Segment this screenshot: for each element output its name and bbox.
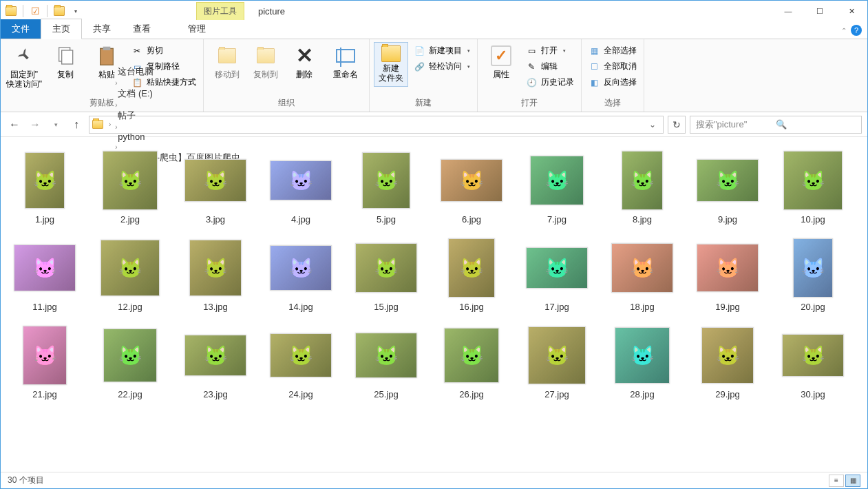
image-thumbnail — [270, 160, 332, 200]
file-item[interactable]: 28.jpg — [608, 326, 677, 399]
invert-selection-button[interactable]: ◧反向选择 — [586, 75, 639, 90]
file-name: 29.jpg — [715, 389, 739, 399]
easy-access-button[interactable]: 🔗轻松访问▾ — [411, 59, 473, 74]
qat-folder-icon[interactable] — [3, 3, 19, 19]
thumbnail — [99, 238, 161, 298]
file-item[interactable]: 25.jpg — [352, 326, 421, 399]
collapse-ribbon-icon[interactable]: ⌃ — [841, 27, 847, 34]
file-item[interactable]: 8.jpg — [608, 151, 677, 225]
minimize-button[interactable]: ― — [772, 1, 804, 21]
file-name: 10.jpg — [801, 214, 825, 225]
open-button[interactable]: ▭打开▾ — [523, 43, 577, 58]
up-button[interactable]: ↑ — [68, 116, 85, 133]
recent-dropdown[interactable]: ▾ — [47, 116, 64, 133]
copy-button[interactable]: 复制 — [46, 42, 85, 79]
tab-view[interactable]: 查看 — [122, 19, 162, 39]
thumbnail — [355, 326, 417, 385]
paste-icon — [96, 45, 118, 67]
select-all-button[interactable]: ▦全部选择 — [586, 43, 639, 58]
tab-share[interactable]: 共享 — [82, 19, 122, 39]
new-folder-button[interactable]: 新建 文件夹 — [374, 42, 408, 87]
file-item[interactable]: 14.jpg — [266, 238, 335, 312]
file-item[interactable]: 17.jpg — [522, 238, 591, 312]
history-button[interactable]: 🕘历史记录 — [523, 75, 577, 90]
contextual-tab-label: 图片工具 — [196, 2, 244, 20]
thumbnails-view-button[interactable]: ▦ — [845, 475, 860, 487]
file-item[interactable]: 22.jpg — [96, 326, 165, 399]
folder-icon — [92, 120, 103, 129]
thumbnail — [14, 326, 76, 385]
file-item[interactable]: 1.jpg — [10, 151, 79, 225]
cut-button[interactable]: ✂剪切 — [129, 43, 199, 58]
file-item[interactable]: 6.jpg — [437, 151, 506, 225]
image-thumbnail — [697, 244, 759, 292]
edit-button[interactable]: ✎编辑 — [523, 59, 577, 74]
file-item[interactable]: 21.jpg — [10, 326, 79, 399]
breadcrumb-segment[interactable]: 帖子 — [114, 110, 244, 122]
delete-icon: ✕ — [293, 45, 315, 67]
tab-manage[interactable]: 管理 — [177, 19, 217, 39]
file-item[interactable]: 2.jpg — [96, 151, 165, 225]
rename-button[interactable]: 重命名 — [326, 42, 365, 79]
tab-file[interactable]: 文件 — [1, 19, 41, 39]
image-thumbnail — [270, 333, 332, 377]
file-item[interactable]: 26.jpg — [437, 326, 506, 399]
image-thumbnail — [362, 152, 410, 209]
thumbnail — [14, 151, 76, 210]
file-item[interactable]: 24.jpg — [266, 326, 335, 399]
image-thumbnail — [14, 244, 76, 291]
qat-new-folder-icon[interactable] — [52, 3, 67, 19]
file-item[interactable]: 12.jpg — [96, 238, 165, 312]
file-item[interactable]: 13.jpg — [181, 238, 250, 312]
chevron-right-icon[interactable]: › — [114, 79, 118, 87]
file-item[interactable]: 15.jpg — [352, 238, 421, 312]
delete-button[interactable]: ✕ 删除 — [285, 42, 324, 79]
address-bar[interactable]: › 这台电脑›文档 (E:)›帖子›python›【python--爬虫】百度图… — [89, 116, 664, 134]
close-button[interactable]: ✕ — [836, 1, 867, 21]
forward-button[interactable]: → — [27, 116, 43, 133]
search-box[interactable]: 搜索"picture" 🔍 — [690, 116, 862, 134]
open-icon: ▭ — [526, 45, 537, 56]
file-name: 17.jpg — [544, 302, 569, 312]
file-item[interactable]: 20.jpg — [779, 238, 847, 312]
file-item[interactable]: 4.jpg — [266, 151, 335, 225]
file-item[interactable]: 18.jpg — [608, 238, 677, 312]
tab-home[interactable]: 主页 — [41, 19, 82, 39]
chevron-down-icon: ▾ — [467, 64, 470, 70]
properties-button[interactable]: 属性 — [482, 42, 520, 79]
file-item[interactable]: 19.jpg — [693, 238, 762, 312]
help-icon[interactable]: ? — [851, 25, 862, 36]
file-item[interactable]: 30.jpg — [779, 326, 847, 399]
qat-dropdown-icon[interactable]: ▾ — [68, 3, 83, 19]
file-item[interactable]: 10.jpg — [779, 151, 847, 225]
file-item[interactable]: 3.jpg — [181, 151, 250, 225]
chevron-right-icon[interactable]: › — [114, 123, 118, 131]
chevron-right-icon[interactable]: › — [114, 101, 118, 109]
breadcrumb-segment[interactable]: 文档 (E:) — [114, 87, 244, 100]
file-item[interactable]: 29.jpg — [693, 326, 762, 399]
separator — [47, 5, 47, 17]
thumbnail — [99, 326, 161, 385]
file-item[interactable]: 23.jpg — [181, 326, 250, 399]
pin-to-quick-access-button[interactable]: 固定到" 快速访问" — [5, 42, 43, 90]
details-view-button[interactable]: ≡ — [829, 475, 844, 487]
file-item[interactable]: 27.jpg — [522, 326, 591, 399]
file-item[interactable]: 16.jpg — [437, 238, 506, 312]
move-to-button[interactable]: 移动到 — [208, 42, 246, 79]
qat-properties-icon[interactable]: ☑ — [28, 3, 43, 19]
file-item[interactable]: 7.jpg — [522, 151, 591, 225]
maximize-button[interactable]: ☐ — [804, 1, 836, 21]
select-none-button[interactable]: ☐全部取消 — [586, 59, 639, 74]
file-item[interactable]: 5.jpg — [352, 151, 421, 225]
chevron-right-icon[interactable]: › — [107, 121, 112, 128]
file-item[interactable]: 11.jpg — [10, 238, 79, 312]
file-item[interactable]: 9.jpg — [693, 151, 762, 225]
refresh-button[interactable]: ↻ — [668, 116, 686, 134]
new-item-button[interactable]: 📄新建项目▾ — [411, 43, 473, 58]
thumbnail — [441, 151, 502, 210]
invert-icon: ◧ — [589, 77, 600, 88]
file-list[interactable]: 1.jpg2.jpg3.jpg4.jpg5.jpg6.jpg7.jpg8.jpg… — [1, 137, 867, 472]
address-dropdown-icon[interactable]: ⌄ — [645, 120, 660, 129]
back-button[interactable]: ← — [6, 116, 23, 133]
copy-to-button[interactable]: 复制到 — [249, 42, 282, 79]
